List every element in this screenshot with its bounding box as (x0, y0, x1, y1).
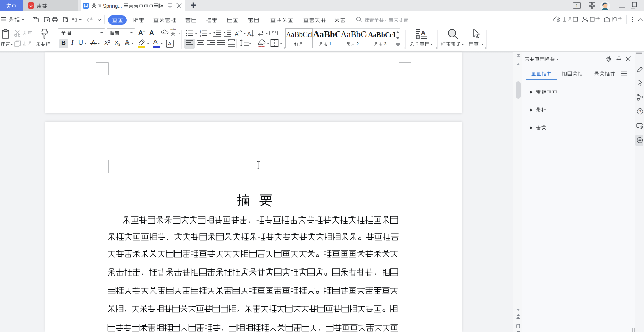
svg-text:A: A (247, 31, 251, 37)
svg-text:?: ? (639, 110, 641, 114)
svg-text:3: 3 (200, 34, 201, 37)
svg-text:2: 2 (200, 32, 201, 34)
svg-text:A: A (168, 41, 171, 46)
svg-text:1: 1 (576, 3, 578, 8)
svg-text:A: A (421, 30, 425, 36)
svg-text:A: A (235, 31, 239, 37)
